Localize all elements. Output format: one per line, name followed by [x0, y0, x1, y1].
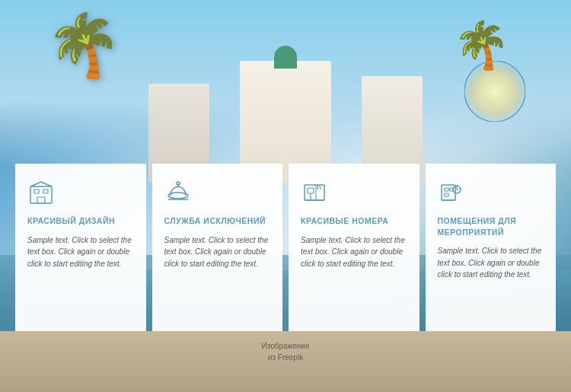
- watermark-line2: из Freepik: [262, 352, 310, 363]
- svg-rect-3: [43, 190, 48, 193]
- card-design[interactable]: КРАСИВЫЙ ДИЗАЙН Sample text. Click to se…: [15, 164, 146, 331]
- buildings: [133, 46, 438, 183]
- feature-cards: КРАСИВЫЙ ДИЗАЙН Sample text. Click to se…: [0, 164, 571, 331]
- svg-line-6: [41, 182, 52, 186]
- palm-tree-left: 🌴: [46, 15, 122, 76]
- watermark: Изображение из Freepik: [262, 340, 310, 363]
- svg-rect-12: [308, 188, 314, 193]
- palm-tree-right: 🌴: [453, 23, 510, 69]
- svg-rect-18: [445, 193, 448, 196]
- card-design-text: Sample text. Click to select the text bo…: [27, 234, 134, 270]
- card-design-title: КРАСИВЫЙ ДИЗАЙН: [27, 215, 134, 227]
- watermark-line1: Изображение: [262, 340, 310, 352]
- svg-rect-4: [37, 197, 45, 203]
- card-rooms[interactable]: КРАСИВЫЕ НОМЕРА Sample text. Click to se…: [289, 164, 419, 331]
- card-rooms-title: КРАСИВЫЕ НОМЕРА: [301, 215, 407, 227]
- svg-rect-16: [445, 188, 448, 191]
- card-service-text: Sample text. Click to select the text bo…: [164, 234, 271, 270]
- svg-rect-2: [34, 190, 39, 193]
- svg-line-5: [30, 182, 41, 186]
- hotel-icon: [27, 179, 55, 206]
- card-service[interactable]: СЛУЖБА ИСКЛЮЧЕНИЙ Sample text. Click to …: [152, 164, 283, 331]
- svg-point-9: [177, 182, 180, 185]
- events-icon: [438, 179, 465, 206]
- service-icon: [164, 179, 192, 206]
- rooms-icon: [301, 179, 328, 206]
- card-events[interactable]: ПОМЕЩЕНИЯ ДЛЯ МЕРОПРИЯТИЙ Sample text. C…: [426, 164, 557, 331]
- card-rooms-text: Sample text. Click to select the text bo…: [301, 234, 407, 270]
- svg-rect-1: [30, 186, 52, 203]
- card-service-title: СЛУЖБА ИСКЛЮЧЕНИЙ: [164, 215, 271, 227]
- card-events-title: ПОМЕЩЕНИЯ ДЛЯ МЕРОПРИЯТИЙ: [438, 215, 544, 237]
- card-events-text: Sample text. Click to select the text bo…: [438, 245, 544, 281]
